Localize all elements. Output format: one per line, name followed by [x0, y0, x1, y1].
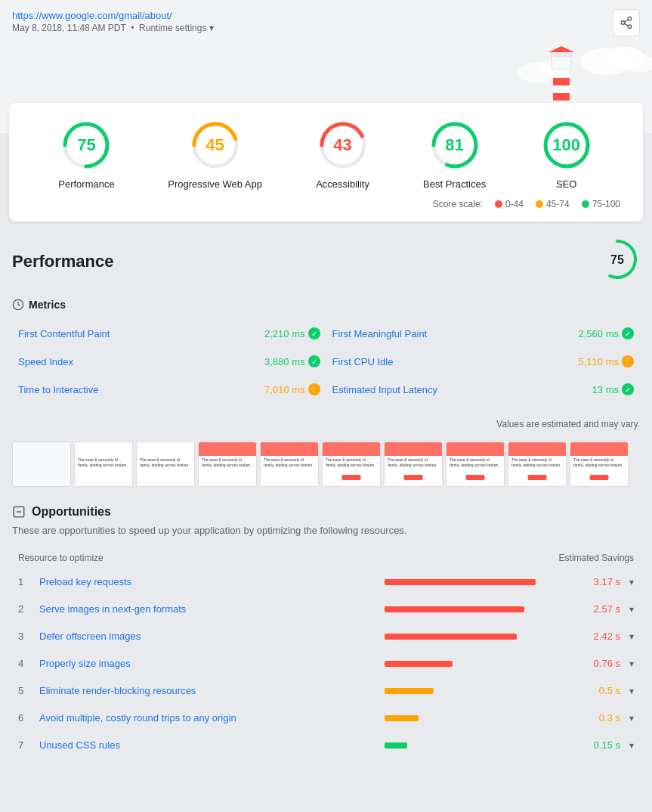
opportunity-row[interactable]: 7 Unused CSS rules 0.15 s ▾ [12, 731, 640, 758]
score-label-accessibility: Accessibility [316, 178, 369, 190]
score-item-accessibility[interactable]: 43 Accessibility [316, 118, 370, 190]
main-content: Performance 75 Metrics First Contentful … [0, 222, 652, 773]
scores-panel: 75 Performance 45 Progressive Web App 43… [9, 103, 643, 222]
score-circle-accessibility: 43 [316, 118, 370, 172]
metric-value: 3,880 ms ✓ [264, 355, 320, 367]
score-label-performance: Performance [58, 178, 114, 190]
metric-value-text: 2,560 ms [579, 328, 619, 339]
score-number-accessibility: 43 [333, 135, 351, 155]
opp-name: Serve images in next-gen formats [39, 603, 375, 615]
opp-savings: 0.15 s [590, 739, 620, 751]
scale-row: Score scale: 0-4445-7475-100 [32, 199, 620, 209]
opp-expand-chevron[interactable]: ▾ [629, 577, 634, 587]
opportunity-row[interactable]: 6 Avoid multiple, costly round trips to … [12, 704, 640, 731]
scale-range: 45-74 [546, 199, 570, 209]
opp-expand-chevron[interactable]: ▾ [629, 631, 634, 642]
opp-bar [385, 661, 453, 667]
values-note: Values are estimated and may vary. [12, 419, 640, 429]
opp-expand-chevron[interactable]: ▾ [629, 686, 634, 696]
metric-status-icon: ! [622, 355, 634, 367]
opp-expand-chevron[interactable]: ▾ [629, 740, 634, 751]
score-item-seo[interactable]: 100 SEO [539, 118, 594, 190]
opp-savings: 3.17 s [590, 576, 620, 587]
metric-name: First Meaningful Paint [332, 328, 428, 339]
opp-savings: 2.57 s [590, 603, 620, 615]
metric-value-text: 3,880 ms [264, 356, 304, 367]
svg-marker-21 [548, 46, 574, 52]
opp-bar-area [385, 688, 581, 694]
opp-expand-chevron[interactable]: ▾ [629, 713, 634, 724]
opportunity-row[interactable]: 3 Defer offscreen images 2.42 s ▾ [12, 622, 640, 649]
opp-name: Unused CSS rules [39, 739, 375, 751]
metric-value-text: 7,010 ms [264, 384, 304, 395]
scale-dot [495, 200, 502, 208]
opportunity-row[interactable]: 5 Eliminate render-blocking resources 0.… [12, 677, 640, 704]
metrics-header: Metrics [12, 299, 640, 311]
score-circle-performance: 75 [59, 118, 113, 172]
svg-rect-15 [553, 85, 570, 93]
opp-name: Avoid multiple, costly round trips to an… [39, 712, 375, 724]
opp-bar-area [385, 715, 581, 721]
svg-point-2 [628, 25, 632, 29]
opp-name: Properly size images [39, 658, 375, 669]
filmstrip-frame: The ease & amountly of family, abiding a… [384, 442, 443, 487]
opp-bar-area [385, 742, 581, 748]
filmstrip-frame [12, 442, 71, 487]
opp-expand-chevron[interactable]: ▾ [629, 659, 634, 669]
opportunities-title: Opportunities [32, 505, 111, 519]
metric-value-text: 5,110 ms [579, 356, 619, 367]
metric-row: Speed Index 3,880 ms ✓ [12, 348, 326, 376]
metric-row: First Contentful Paint 2,210 ms ✓ [12, 320, 326, 348]
svg-rect-16 [553, 93, 570, 101]
opp-bar [385, 688, 434, 694]
col-savings-label: Estimated Savings [559, 553, 634, 563]
score-circle-best-practices: 81 [428, 118, 482, 172]
metric-row: First Meaningful Paint 2,560 ms ✓ [326, 320, 641, 348]
share-button[interactable] [613, 9, 640, 36]
url-link[interactable]: https://www.google.com/gmail/about/ [12, 10, 172, 21]
opportunities-header: Opportunities [12, 505, 640, 519]
metric-name: Estimated Input Latency [332, 384, 437, 395]
opp-number: 6 [18, 712, 30, 724]
score-circle-seo: 100 [539, 118, 594, 172]
filmstrip-frame: The ease & amountly of family, abiding a… [508, 442, 567, 487]
metrics-label: Metrics [29, 299, 66, 311]
score-circle-pwa: 45 [188, 118, 243, 172]
opp-expand-chevron[interactable]: ▾ [629, 604, 634, 615]
opportunity-row[interactable]: 1 Preload key requests 3.17 s ▾ [12, 568, 640, 595]
metric-value: 7,010 ms ! [264, 383, 320, 395]
opp-savings: 0.76 s [590, 658, 620, 669]
opp-name: Defer offscreen images [39, 631, 375, 642]
metric-row: Time to Interactive 7,010 ms ! [12, 376, 326, 404]
score-item-performance[interactable]: 75 Performance [58, 118, 114, 190]
scale-range: 75-100 [592, 199, 620, 209]
score-item-best-practices[interactable]: 81 Best Practices [423, 118, 486, 190]
opportunity-row[interactable]: 4 Properly size images 0.76 s ▾ [12, 649, 640, 677]
opp-bar-area [385, 579, 581, 585]
opp-number: 4 [18, 658, 30, 669]
opp-bar [385, 579, 536, 585]
metric-value-text: 2,210 ms [264, 328, 304, 339]
opportunities-table-header: Resource to optimize Estimated Savings [12, 548, 640, 568]
opp-name: Eliminate render-blocking resources [39, 685, 375, 696]
opp-bar [385, 606, 524, 612]
opp-number: 3 [18, 631, 30, 642]
opp-bar-area [385, 606, 581, 612]
score-item-pwa[interactable]: 45 Progressive Web App [168, 118, 262, 190]
svg-rect-12 [552, 57, 571, 69]
performance-title: Performance [12, 252, 114, 271]
date-time: May 8, 2018, 11:48 AM PDT [12, 23, 126, 33]
filmstrip: The ease & amountly of family, abiding a… [12, 439, 640, 490]
metric-value: 2,210 ms ✓ [264, 327, 320, 339]
opportunity-row[interactable]: 2 Serve images in next-gen formats 2.57 … [12, 595, 640, 622]
metric-value: 2,560 ms ✓ [579, 327, 634, 339]
metrics-section: Metrics First Contentful Paint 2,210 ms … [12, 299, 640, 404]
score-label-seo: SEO [556, 178, 576, 190]
metric-name: First CPU Idle [332, 356, 394, 367]
opp-name: Preload key requests [39, 576, 375, 587]
score-number-performance: 75 [77, 135, 95, 155]
runtime-settings-link[interactable]: Runtime settings [139, 23, 206, 33]
svg-rect-14 [553, 78, 570, 85]
opp-bar [385, 715, 419, 721]
metric-name: Time to Interactive [18, 384, 98, 395]
